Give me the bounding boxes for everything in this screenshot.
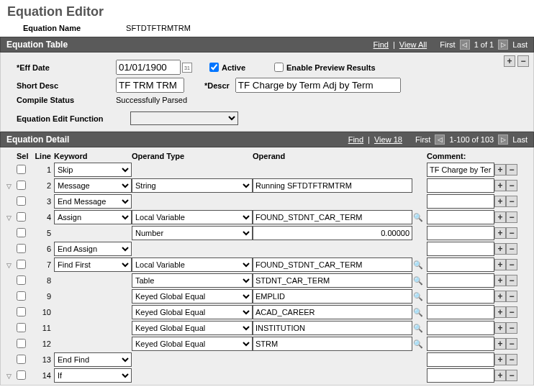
operand-type-select[interactable]: Local Variable <box>132 257 253 272</box>
operand-input[interactable] <box>253 178 412 193</box>
lookup-icon[interactable]: 🔍 <box>412 275 424 286</box>
row-delete-button[interactable]: − <box>506 196 517 207</box>
keyword-select[interactable]: Skip <box>54 163 132 177</box>
row-select-checkbox[interactable] <box>17 165 26 174</box>
next-icon[interactable]: ▷ <box>498 40 508 50</box>
operand-input[interactable] <box>253 226 412 240</box>
detail-find-link[interactable]: Find <box>348 135 363 144</box>
row-select-checkbox[interactable] <box>17 212 26 222</box>
row-delete-button[interactable]: − <box>506 243 517 255</box>
add-row-button[interactable]: + <box>504 55 515 67</box>
keyword-select[interactable]: End Message <box>54 194 132 209</box>
expand-toggle-icon[interactable]: ▽ <box>5 262 12 269</box>
row-delete-button[interactable]: − <box>506 370 517 381</box>
row-delete-button[interactable]: − <box>506 211 517 223</box>
lookup-icon[interactable]: 🔍 <box>412 322 424 334</box>
operand-type-select[interactable]: Keyed Global Equal <box>132 337 253 351</box>
operand-input[interactable] <box>253 257 412 272</box>
active-checkbox[interactable] <box>209 63 219 72</box>
lookup-icon[interactable]: 🔍 <box>412 338 424 350</box>
edit-function-select[interactable] <box>130 111 238 125</box>
keyword-select[interactable]: If <box>54 368 132 383</box>
comment-input[interactable] <box>427 368 494 383</box>
detail-prev-icon[interactable]: ◁ <box>435 135 445 145</box>
row-select-checkbox[interactable] <box>17 291 26 301</box>
comment-input[interactable] <box>427 210 494 224</box>
prev-icon[interactable]: ◁ <box>460 40 470 50</box>
first-label[interactable]: First <box>440 40 455 49</box>
comment-input[interactable] <box>427 226 494 240</box>
operand-type-select[interactable]: String <box>132 178 253 193</box>
lookup-icon[interactable]: 🔍 <box>412 291 424 302</box>
comment-input[interactable] <box>427 194 494 209</box>
short-desc-input[interactable] <box>116 78 184 93</box>
detail-next-icon[interactable]: ▷ <box>498 135 508 145</box>
row-add-button[interactable]: + <box>494 370 506 381</box>
row-select-checkbox[interactable] <box>17 196 26 206</box>
row-add-button[interactable]: + <box>494 291 506 302</box>
operand-input[interactable] <box>253 337 412 351</box>
comment-input[interactable] <box>427 273 494 288</box>
row-select-checkbox[interactable] <box>17 228 26 237</box>
lookup-icon[interactable]: 🔍 <box>412 306 424 318</box>
keyword-select[interactable]: Message <box>54 178 132 193</box>
row-select-checkbox[interactable] <box>17 355 26 364</box>
find-link[interactable]: Find <box>374 40 389 49</box>
row-delete-button[interactable]: − <box>506 291 517 302</box>
row-select-checkbox[interactable] <box>17 275 26 285</box>
row-add-button[interactable]: + <box>494 275 506 286</box>
operand-input[interactable] <box>253 289 412 304</box>
row-add-button[interactable]: + <box>494 322 506 334</box>
comment-input[interactable] <box>427 289 494 304</box>
row-add-button[interactable]: + <box>494 180 506 191</box>
comment-input[interactable] <box>427 257 494 272</box>
operand-type-select[interactable]: Keyed Global Equal <box>132 305 253 319</box>
row-select-checkbox[interactable] <box>17 307 26 316</box>
lookup-icon[interactable]: 🔍 <box>412 211 424 223</box>
row-delete-button[interactable]: − <box>506 306 517 318</box>
row-select-checkbox[interactable] <box>17 260 26 269</box>
keyword-select[interactable]: Assign <box>54 210 132 224</box>
row-add-button[interactable]: + <box>494 354 506 365</box>
operand-type-select[interactable]: Keyed Global Equal <box>132 289 253 304</box>
comment-input[interactable] <box>427 337 494 351</box>
operand-input[interactable] <box>253 305 412 319</box>
comment-input[interactable] <box>427 352 494 367</box>
expand-toggle-icon[interactable]: ▽ <box>5 214 12 222</box>
row-delete-button[interactable]: − <box>506 354 517 365</box>
row-add-button[interactable]: + <box>494 259 506 270</box>
row-add-button[interactable]: + <box>494 196 506 207</box>
comment-input[interactable] <box>427 305 494 319</box>
operand-type-select[interactable]: Keyed Global Equal <box>132 321 253 335</box>
detail-first-label[interactable]: First <box>415 135 430 144</box>
preview-checkbox[interactable] <box>274 63 284 72</box>
delete-row-button[interactable]: − <box>517 55 529 67</box>
row-add-button[interactable]: + <box>494 211 506 223</box>
keyword-select[interactable]: End Find <box>54 352 132 367</box>
row-select-checkbox[interactable] <box>17 339 26 348</box>
keyword-select[interactable]: End Assign <box>54 242 132 256</box>
last-label[interactable]: Last <box>512 40 528 49</box>
comment-input[interactable] <box>427 178 494 193</box>
row-delete-button[interactable]: − <box>506 338 517 350</box>
expand-toggle-icon[interactable]: ▽ <box>5 373 12 380</box>
comment-input[interactable] <box>427 242 494 256</box>
operand-input[interactable] <box>253 210 412 224</box>
keyword-select[interactable]: Find First <box>54 257 132 272</box>
row-select-checkbox[interactable] <box>17 244 26 253</box>
row-add-button[interactable]: + <box>494 338 506 350</box>
row-add-button[interactable]: + <box>494 306 506 318</box>
expand-toggle-icon[interactable]: ▽ <box>5 183 12 190</box>
descr-input[interactable] <box>235 78 401 93</box>
row-delete-button[interactable]: − <box>506 259 517 270</box>
operand-input[interactable] <box>253 273 412 288</box>
operand-type-select[interactable]: Table <box>132 273 253 288</box>
row-add-button[interactable]: + <box>494 227 506 239</box>
row-select-checkbox[interactable] <box>17 181 26 190</box>
lookup-icon[interactable]: 🔍 <box>412 259 424 270</box>
operand-type-select[interactable]: Number <box>132 226 253 240</box>
row-add-button[interactable]: + <box>494 164 506 176</box>
calendar-icon[interactable] <box>182 63 192 73</box>
operand-type-select[interactable]: Local Variable <box>132 210 253 224</box>
detail-last-label[interactable]: Last <box>512 135 528 144</box>
